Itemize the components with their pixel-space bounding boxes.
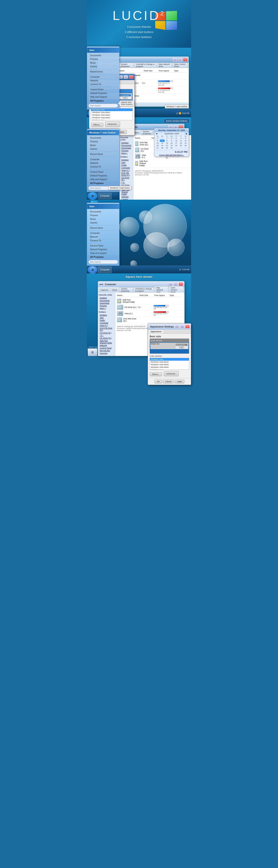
sb4-downloads[interactable]: Downloads [99,302,114,305]
start-menu-item-recent[interactable]: Recent Items [87,70,119,73]
sm2-help[interactable]: Help and Support [87,178,119,181]
sm3-games[interactable]: Games [87,221,119,225]
sm3-network[interactable]: Network [87,235,119,239]
sm2-network[interactable]: Network [87,161,119,165]
sb2-downloads[interactable]: Downloads [120,147,132,149]
sm2-music[interactable]: Music [87,144,119,147]
start-menu-item-computer[interactable]: Computer [87,75,119,79]
ok-button-4[interactable]: OK [155,379,162,383]
sb4-documents[interactable]: Documents [99,299,114,302]
minimize-button[interactable]: — [173,58,177,61]
calendar-day[interactable]: 2 [178,147,183,149]
appearance-minimize-4[interactable]: — [175,325,179,328]
sb2-desktop-f[interactable]: Desktop [120,159,132,161]
sm2-control[interactable]: Control Panel [87,170,119,174]
sb4-ctrl[interactable]: Control Panel [99,347,114,349]
sys-props-btn-2[interactable]: System properties [141,130,153,135]
sb4-dvd[interactable]: DVD Pib Drive (D:) [99,327,114,332]
cancel-button-4[interactable]: Cancel [163,379,174,383]
calendar-day[interactable]: 19 [183,142,188,144]
start-menu-item-control[interactable]: Control Panel [87,88,119,91]
system-properties-btn[interactable]: System properties [119,63,134,68]
views-btn-4[interactable]: Views [111,288,119,291]
calendar-day[interactable]: 27 [155,147,160,149]
sb4-7[interactable]: 7.0 : [99,334,114,337]
start-menu-item-documents[interactable]: Documents [87,54,119,57]
sb2-desktop[interactable]: Desktop [120,142,132,144]
maximize-button[interactable]: □ [178,58,182,61]
sb2-vista[interactable]: Vista (C:) [120,169,132,172]
sb2-sam[interactable]: Sam [120,161,132,164]
calendar-day[interactable]: 22 [165,144,169,147]
calendar-day[interactable]: 8 [165,140,169,142]
sm2-default[interactable]: Default Programs [87,174,119,178]
appearance-maximize-4[interactable]: □ [180,325,185,328]
preview-ok-btn[interactable]: OK [123,97,128,99]
sb2-cdg[interactable]: CD Drive (G:) [120,184,132,189]
start-menu-item-connect[interactable]: Connect To [87,83,119,86]
sb2-more[interactable]: More » [120,152,132,155]
sb2-7[interactable]: 7.0 : [120,181,132,184]
calendar-day[interactable]: 15 [165,142,169,144]
sm2-search-input[interactable] [88,186,118,190]
scheme4-5[interactable]: Windows Aero [150,369,189,370]
start-menu-item-network[interactable]: Network [87,79,119,83]
taskbar-item-computer-3[interactable]: Computer [98,267,112,273]
effects-button[interactable]: Effects... [91,123,103,127]
advanced-button-4[interactable]: Advanced... [164,371,179,376]
sb4-recycle[interactable]: Recycle Bin [99,349,114,352]
sb2-public[interactable]: Public [120,164,132,166]
calendar-day[interactable]: 30 [155,137,160,140]
sb4-more[interactable]: More » [99,307,114,310]
calendar-day[interactable]: 20 [155,144,160,147]
sb4-favorres[interactable]: Favorres [99,352,114,354]
minimize-btn-4[interactable]: — [168,282,173,286]
sb2-pictures[interactable]: Pictures [120,149,132,152]
advanced-button[interactable]: Advanced... [105,122,120,127]
calendar-day[interactable]: 7 [160,140,164,142]
sb2-controlpanel[interactable]: Control Panel [120,198,132,199]
scheme-windows-aero-2[interactable]: Windows Aero [91,119,133,120]
scheme4-3[interactable]: Windows Vista Basic [150,363,189,366]
sm2-connect[interactable]: Connect To [87,165,119,168]
start-button-2[interactable]: ⊞ [88,192,97,199]
apply-button-4[interactable]: Apply [175,379,185,383]
start-search-input[interactable] [88,104,118,107]
calendar-day[interactable]: 16 [169,142,174,144]
close-btn-4[interactable]: ✕ [179,282,183,286]
sb2-documents[interactable]: Documents [120,144,132,147]
start-menu-item-pictures[interactable]: Pictures [87,57,119,61]
calendar-day[interactable]: 17 [174,142,178,144]
calendar-day[interactable]: 4 [178,137,183,140]
calendar-day[interactable]: 21 [160,144,164,147]
sm3-all-programs[interactable]: All Programs [87,255,119,259]
color-scheme-list-4[interactable]: Windows Aero Windows Vista Basic Windows… [150,358,189,370]
sb2-network[interactable]: Network [120,195,132,198]
calendar-day[interactable]: 25 [178,144,183,147]
sb4-vista[interactable]: Vista (C:) [99,324,114,327]
uninstall-btn[interactable]: Uninstall or change a program [134,63,157,68]
color-scheme-list[interactable]: Windows Aero Windows Vista Basic Windows… [91,108,133,120]
organize-btn-4[interactable]: Organize [99,288,110,291]
sm2-documents[interactable]: Documents [87,136,119,140]
start-button-3[interactable]: ⊞ [88,266,97,273]
calendar-day[interactable]: 29 [165,147,169,149]
sb2-dvdpib[interactable]: DVD Pib Drive (D:) [120,172,132,177]
calendar-day[interactable]: 18 [178,142,183,144]
sb2-cde[interactable]: CD Drive (E:) [120,177,132,181]
calendar-day[interactable]: 1 [165,137,169,140]
sm3-help[interactable]: Help and support [87,251,119,255]
calendar-day[interactable]: 3 [174,137,178,140]
calendar-day[interactable]: 13 [155,142,160,144]
start-button-4[interactable]: ⊞ [88,348,97,356]
sm2-games[interactable]: Games [87,147,119,151]
sb4-pictures[interactable]: Pictures [99,305,114,307]
sm3-connect[interactable]: Connect To [87,239,119,242]
calendar-day[interactable]: 26 [183,144,188,147]
sm3-control[interactable]: Control Panel [87,244,119,248]
start-menu-item-default[interactable]: Default Programs [87,91,119,95]
sm3-pictures[interactable]: Pictures [87,214,119,217]
effects-button-4[interactable]: Effects... [150,372,162,376]
calendar-day[interactable]: 28 [160,147,164,149]
sm3-recent[interactable]: Recent Items [87,226,119,230]
